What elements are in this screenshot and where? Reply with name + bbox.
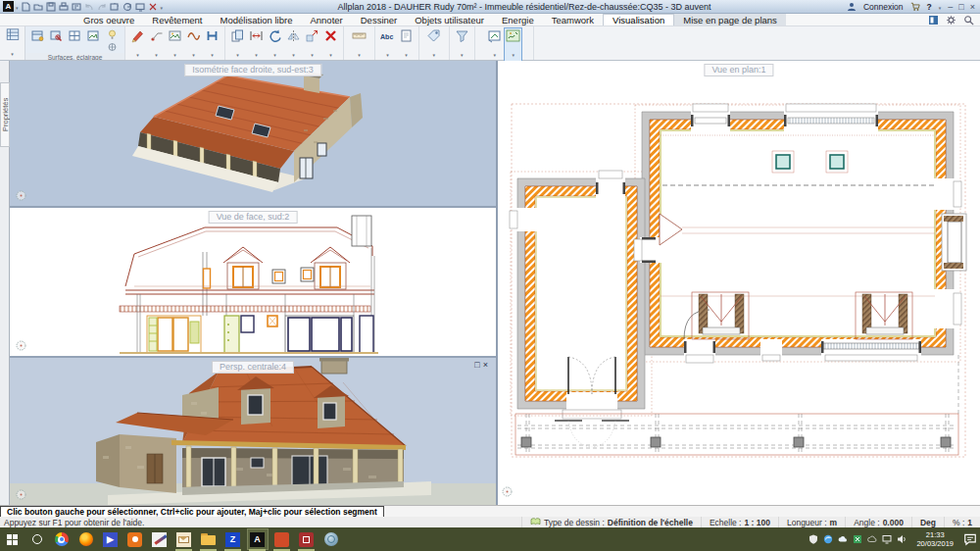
powerpoint-icon[interactable] xyxy=(270,527,294,551)
mail-icon[interactable] xyxy=(172,527,196,551)
delete-x-icon[interactable] xyxy=(322,28,339,61)
allplan-taskbar-icon[interactable]: A xyxy=(245,527,270,551)
action-center-icon[interactable] xyxy=(963,532,977,546)
viewport-title[interactable]: Persp. centrale:4 xyxy=(212,361,294,374)
viewport-compass-icon[interactable] xyxy=(16,489,26,500)
new-document-icon[interactable] xyxy=(21,1,31,12)
viewport-elevation[interactable]: Vue de face, sud:2 xyxy=(10,206,496,356)
viewport-title[interactable]: Isométrie face droite, sud-est:3 xyxy=(184,64,321,76)
viewport-compass-icon[interactable] xyxy=(16,190,26,201)
tab-modelisation-libre[interactable]: Modélisation libre xyxy=(212,14,302,25)
tab-revetement[interactable]: Revêtement xyxy=(143,14,211,25)
ruler-icon[interactable] xyxy=(351,28,368,61)
photos-icon[interactable] xyxy=(122,527,147,551)
surface-image-icon[interactable] xyxy=(85,28,102,43)
drawing-type-field[interactable]: Type de dessin : Définition de l'échelle xyxy=(521,517,701,527)
redo-icon[interactable] xyxy=(97,1,108,12)
light-bulb-icon[interactable] xyxy=(104,28,121,40)
surface-check-icon[interactable] xyxy=(48,28,65,43)
environment-scene-icon[interactable] xyxy=(505,28,521,61)
viewport-isometric[interactable]: Isométrie face droite, sud-est:3 xyxy=(10,61,496,206)
modify-image-icon[interactable] xyxy=(167,28,183,61)
layer-caret-icon[interactable] xyxy=(11,42,14,60)
undo-icon[interactable] xyxy=(84,1,95,12)
viewport-compass-icon[interactable] xyxy=(16,340,26,351)
help-button[interactable]: ? xyxy=(927,2,932,12)
viewport-maximize-button[interactable]: □ xyxy=(474,360,482,370)
photo-editor-icon[interactable] xyxy=(294,527,318,551)
angle-field[interactable]: Angle : 0.000 xyxy=(845,517,911,527)
funnel-icon[interactable] xyxy=(454,28,470,61)
tab-mise-en-page[interactable]: Mise en page de plans xyxy=(674,14,786,25)
move-icon[interactable] xyxy=(248,28,265,61)
minimize-button[interactable]: – xyxy=(948,2,953,12)
sketchup-icon[interactable] xyxy=(147,527,172,551)
tray-excel-icon[interactable] xyxy=(853,534,862,544)
chrome-icon[interactable] xyxy=(49,527,74,551)
light-settings-icon[interactable] xyxy=(104,41,121,53)
surface-style-icon[interactable] xyxy=(29,28,46,43)
zwcad-icon[interactable]: Z xyxy=(220,527,245,551)
tab-objets-utilisateur[interactable]: Objets utilisateur xyxy=(406,14,493,25)
tab-gros-oeuvre[interactable]: Gros oeuvre xyxy=(74,14,143,25)
save-icon[interactable] xyxy=(46,1,57,12)
tab-dessiner[interactable]: Dessiner xyxy=(352,14,407,25)
help-caret-icon[interactable] xyxy=(939,2,942,12)
cortana-search-button[interactable] xyxy=(24,527,49,551)
restore-button[interactable]: □ xyxy=(958,2,963,12)
tray-volume-icon[interactable] xyxy=(897,534,906,544)
modify-leader-icon[interactable] xyxy=(148,28,165,61)
viewport-close-button[interactable]: × xyxy=(483,360,491,370)
environment-plane-icon[interactable] xyxy=(486,28,503,61)
taskbar-clock[interactable]: 21:33 20/03/2019 xyxy=(911,530,958,548)
gear-icon[interactable] xyxy=(945,15,956,25)
plot-icon[interactable] xyxy=(72,1,82,12)
copy-icon[interactable] xyxy=(229,28,246,61)
app-menu-caret-icon[interactable] xyxy=(16,2,19,12)
viewport-perspective[interactable]: Persp. centrale:4 □× xyxy=(10,356,496,505)
tray-cloud-icon[interactable] xyxy=(867,534,877,544)
angle-unit-field[interactable]: Deg xyxy=(911,517,944,527)
file-explorer-icon[interactable] xyxy=(196,527,220,551)
firefox-icon[interactable] xyxy=(74,527,98,551)
abc-check-icon[interactable]: Abc xyxy=(379,28,396,61)
modify-beam-icon[interactable] xyxy=(204,28,220,61)
connexion-label[interactable]: Connexion xyxy=(863,2,904,12)
movies-tv-icon[interactable]: ▶ xyxy=(98,527,122,551)
panel-toggle-icon[interactable] xyxy=(927,15,939,25)
screen-icon[interactable] xyxy=(135,1,146,12)
scale-icon[interactable] xyxy=(304,28,320,61)
globe-app-icon[interactable] xyxy=(318,527,343,551)
tray-edge-icon[interactable] xyxy=(823,534,833,544)
refresh-icon[interactable] xyxy=(122,1,133,12)
tab-visualisation[interactable]: Visualisation xyxy=(603,14,674,25)
close-button[interactable]: × xyxy=(970,2,975,12)
length-field[interactable]: Longueur : m xyxy=(778,517,845,527)
tray-display-icon[interactable] xyxy=(882,534,892,544)
report-icon[interactable] xyxy=(398,28,415,61)
percent-field[interactable]: % : 1 xyxy=(944,517,980,527)
delete-icon[interactable] xyxy=(148,1,159,12)
tab-energie[interactable]: Energie xyxy=(493,14,543,25)
tray-onedrive-icon[interactable] xyxy=(838,534,848,544)
new-window-icon[interactable] xyxy=(110,1,121,12)
scale-field[interactable]: Echelle : 1 : 100 xyxy=(701,517,778,527)
rotate-icon[interactable] xyxy=(267,28,283,61)
modify-pencil-icon[interactable] xyxy=(129,28,146,61)
layer-select-button[interactable] xyxy=(0,26,25,60)
print-icon[interactable] xyxy=(59,1,70,12)
viewport-title[interactable]: Vue de face, sud:2 xyxy=(209,211,298,224)
viewport-compass-icon[interactable] xyxy=(502,486,513,497)
attribute-tag-icon[interactable] xyxy=(425,28,442,61)
surface-grid-icon[interactable] xyxy=(67,28,83,43)
viewport-title[interactable]: Vue en plan:1 xyxy=(704,64,773,76)
open-icon[interactable] xyxy=(33,1,44,12)
start-button[interactable] xyxy=(0,527,24,551)
modify-curve-icon[interactable] xyxy=(185,28,202,61)
properties-tab[interactable]: Propriétés xyxy=(0,82,10,147)
viewport-plan[interactable]: Vue en plan:1 xyxy=(496,61,980,505)
mirror-icon[interactable] xyxy=(285,28,302,61)
shop-cart-icon[interactable] xyxy=(910,2,920,12)
tab-teamwork[interactable]: Teamwork xyxy=(543,14,603,25)
tray-security-icon[interactable] xyxy=(808,534,818,544)
